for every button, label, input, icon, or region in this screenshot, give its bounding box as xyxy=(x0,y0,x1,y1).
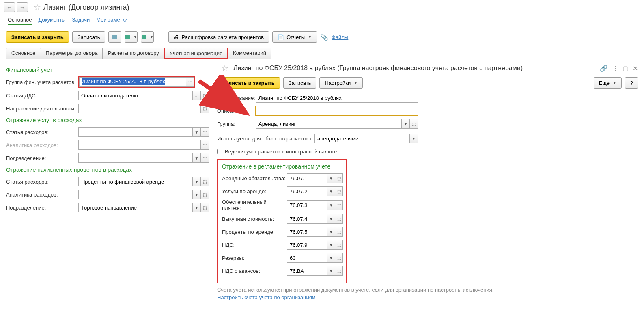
account-label-2: Обеспечительный платеж: xyxy=(222,199,287,211)
nav-tab-notes[interactable]: Мои заметки xyxy=(96,17,127,25)
form-tab-comment[interactable]: Комментарий xyxy=(228,48,271,59)
account-open-0[interactable]: ⬚ xyxy=(335,173,343,183)
account-input-5[interactable] xyxy=(287,240,327,250)
services-exp-open-button[interactable]: ⬚ xyxy=(201,127,209,137)
dds-open-button[interactable]: ⬚ xyxy=(201,91,209,100)
interest-analytics-input[interactable] xyxy=(78,190,193,199)
right-group-open-button[interactable]: ⬚ xyxy=(410,119,418,129)
right-group-label: Группа: xyxy=(217,121,256,127)
nav-forward-button[interactable]: → xyxy=(17,2,28,12)
account-label-6: Резервы: xyxy=(222,255,287,261)
form-tab-accounting[interactable]: Учетная информация xyxy=(164,48,228,59)
account-open-1[interactable]: ⬚ xyxy=(335,186,343,196)
link-icon[interactable]: 🔗 xyxy=(600,65,608,72)
right-save-close-button[interactable]: Записать и закрыть xyxy=(217,77,280,89)
account-dropdown-3[interactable]: ▼ xyxy=(327,214,335,224)
reports-button[interactable]: 📄Отчеты▼ xyxy=(272,31,317,43)
form-tab-params[interactable]: Параметры договора xyxy=(41,48,103,59)
reg-section-head: Отражение в регламентированном учете xyxy=(222,163,342,170)
interest-analytics-dropdown-button[interactable]: ▼ xyxy=(193,190,201,199)
services-exp-dropdown-button[interactable]: ▼ xyxy=(193,127,201,137)
account-input-0[interactable] xyxy=(287,173,327,183)
right-used-dropdown-button[interactable]: ▼ xyxy=(410,134,418,143)
account-input-7[interactable] xyxy=(287,266,327,276)
form-tab-main[interactable]: Основное xyxy=(6,48,41,59)
account-dropdown-2[interactable]: ▼ xyxy=(327,200,335,210)
interest-section-head: Отражение начисленных процентов в расход… xyxy=(6,166,209,173)
right-group-input[interactable] xyxy=(256,119,402,129)
save-button[interactable]: Записать xyxy=(72,31,106,43)
window-icon[interactable]: ▢ xyxy=(622,65,629,72)
right-star-icon[interactable]: ☆ xyxy=(221,63,228,73)
hint-text: Счета учета используются при отражении д… xyxy=(217,287,638,293)
interest-exp-dropdown-button[interactable]: ▼ xyxy=(193,177,201,186)
account-open-7[interactable]: ⬚ xyxy=(335,266,343,276)
form-tab-calc[interactable]: Расчеты по договору xyxy=(102,48,164,59)
account-open-5[interactable]: ⬚ xyxy=(335,240,343,250)
account-label-0: Арендные обязательства: xyxy=(222,175,287,182)
right-desc-input[interactable] xyxy=(256,106,418,116)
files-link[interactable]: Файлы xyxy=(332,34,348,40)
services-analytics-input[interactable] xyxy=(78,140,201,150)
right-save-button[interactable]: Записать xyxy=(283,77,317,89)
services-division-dropdown-button[interactable]: ▼ xyxy=(193,153,201,163)
account-dropdown-1[interactable]: ▼ xyxy=(327,186,335,196)
nav-tab-docs[interactable]: Документы xyxy=(39,17,66,25)
interest-analytics-open-button[interactable]: ⬚ xyxy=(201,190,209,199)
interest-exp-input[interactable] xyxy=(78,177,193,186)
nav-back-button[interactable]: ← xyxy=(4,2,15,12)
currency-checkbox[interactable] xyxy=(217,149,222,154)
right-settings-button[interactable]: Настройки▼ xyxy=(319,77,363,89)
menu-icon[interactable]: ⋮ xyxy=(612,65,618,72)
account-dropdown-5[interactable]: ▼ xyxy=(327,240,335,250)
related-button[interactable]: ▼ xyxy=(141,31,154,43)
account-input-3[interactable] xyxy=(287,214,327,224)
right-name-input[interactable] xyxy=(256,93,418,103)
services-division-open-button[interactable]: ⬚ xyxy=(201,153,209,163)
right-more-button[interactable]: Еще▼ xyxy=(594,77,622,89)
right-panel: ☆ Лизинг по ФСБУ 25/2018 в рублях (Групп… xyxy=(217,63,638,300)
direction-input[interactable] xyxy=(78,104,201,113)
account-label-5: НДС: xyxy=(222,242,287,248)
close-icon[interactable]: ✕ xyxy=(633,65,638,72)
dds-input[interactable] xyxy=(78,91,193,100)
account-open-3[interactable]: ⬚ xyxy=(335,214,343,224)
fin-group-input[interactable]: Лизинг по ФСБУ 25/2018 в рублях xyxy=(79,77,186,87)
dds-ellipsis-button[interactable]: … xyxy=(193,91,201,100)
account-input-6[interactable] xyxy=(287,253,327,263)
create-based-button[interactable]: ▼ xyxy=(125,31,138,43)
services-analytics-open-button[interactable]: ⬚ xyxy=(201,140,209,150)
account-dropdown-0[interactable]: ▼ xyxy=(327,173,335,183)
interest-division-input[interactable] xyxy=(78,203,193,212)
account-input-4[interactable] xyxy=(287,227,327,237)
right-help-button[interactable]: ? xyxy=(625,77,638,89)
left-panel: Финансовый учет Группа фин. учета расчет… xyxy=(6,63,209,300)
direction-open-button[interactable]: ⬚ xyxy=(201,104,209,113)
list-icon-button[interactable] xyxy=(108,31,121,43)
nav-tab-main[interactable]: Основное xyxy=(8,17,32,25)
account-dropdown-6[interactable]: ▼ xyxy=(327,253,335,263)
interest-exp-open-button[interactable]: ⬚ xyxy=(201,177,209,186)
services-division-input[interactable] xyxy=(78,153,193,163)
list-icon xyxy=(112,35,117,39)
account-open-4[interactable]: ⬚ xyxy=(335,227,343,237)
right-group-dropdown-button[interactable]: ▼ xyxy=(402,119,410,129)
interest-division-dropdown-button[interactable]: ▼ xyxy=(193,203,201,212)
configure-accounts-link[interactable]: Настроить счета учета по организациям xyxy=(217,294,316,300)
account-input-2[interactable] xyxy=(287,200,327,210)
nav-tab-tasks[interactable]: Задачи xyxy=(72,17,90,25)
services-exp-input[interactable] xyxy=(78,127,193,137)
account-dropdown-7[interactable]: ▼ xyxy=(327,266,335,276)
account-input-1[interactable] xyxy=(287,186,327,196)
interest-breakdown-button[interactable]: 🖨Расшифровка расчета процентов xyxy=(168,31,269,43)
account-open-6[interactable]: ⬚ xyxy=(335,253,343,263)
favorite-star-icon[interactable]: ☆ xyxy=(34,2,41,12)
attachment-icon[interactable]: 📎 xyxy=(320,33,328,41)
services-division-label: Подразделение: xyxy=(6,155,78,161)
fin-group-open-button[interactable]: ⬚ xyxy=(186,77,194,87)
interest-division-open-button[interactable]: ⬚ xyxy=(201,203,209,212)
right-used-input[interactable] xyxy=(314,134,410,143)
account-open-2[interactable]: ⬚ xyxy=(335,200,343,210)
account-dropdown-4[interactable]: ▼ xyxy=(327,227,335,237)
save-close-button[interactable]: Записать и закрыть xyxy=(6,31,69,43)
